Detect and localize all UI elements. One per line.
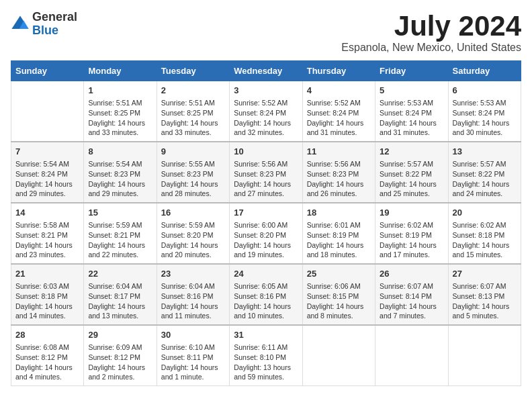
calendar-cell <box>302 325 375 385</box>
calendar-cell: 4Sunrise: 5:52 AM Sunset: 8:24 PM Daylig… <box>302 81 375 142</box>
day-info: Sunrise: 5:57 AM Sunset: 8:22 PM Dayligh… <box>453 159 517 199</box>
day-info: Sunrise: 5:54 AM Sunset: 8:23 PM Dayligh… <box>88 159 152 199</box>
calendar-cell: 23Sunrise: 6:04 AM Sunset: 8:16 PM Dayli… <box>157 264 229 325</box>
day-info: Sunrise: 6:02 AM Sunset: 8:19 PM Dayligh… <box>380 220 443 260</box>
day-info: Sunrise: 6:01 AM Sunset: 8:19 PM Dayligh… <box>307 220 371 260</box>
day-number: 19 <box>380 207 443 219</box>
day-info: Sunrise: 6:07 AM Sunset: 8:13 PM Dayligh… <box>453 281 517 321</box>
day-info: Sunrise: 6:04 AM Sunset: 8:16 PM Dayligh… <box>161 281 225 321</box>
day-number: 2 <box>161 85 225 97</box>
calendar-cell: 16Sunrise: 5:59 AM Sunset: 8:20 PM Dayli… <box>157 203 229 264</box>
day-number: 3 <box>234 85 298 97</box>
calendar-cell: 14Sunrise: 5:58 AM Sunset: 8:21 PM Dayli… <box>11 203 84 264</box>
day-number: 13 <box>453 146 517 158</box>
day-info: Sunrise: 5:55 AM Sunset: 8:23 PM Dayligh… <box>161 159 225 199</box>
calendar-cell: 8Sunrise: 5:54 AM Sunset: 8:23 PM Daylig… <box>84 142 157 203</box>
week-row-1: 1Sunrise: 5:51 AM Sunset: 8:25 PM Daylig… <box>11 81 521 142</box>
logo-text: General Blue <box>32 11 77 38</box>
subtitle: Espanola, New Mexico, United States <box>341 42 521 54</box>
header-day-monday: Monday <box>84 61 157 81</box>
day-number: 23 <box>161 268 225 280</box>
day-number: 18 <box>307 207 371 219</box>
day-info: Sunrise: 6:02 AM Sunset: 8:18 PM Dayligh… <box>453 220 517 260</box>
calendar-cell: 10Sunrise: 5:56 AM Sunset: 8:23 PM Dayli… <box>230 142 302 203</box>
day-info: Sunrise: 5:52 AM Sunset: 8:24 PM Dayligh… <box>234 98 298 138</box>
day-number: 1 <box>88 85 152 97</box>
calendar-cell: 26Sunrise: 6:07 AM Sunset: 8:14 PM Dayli… <box>375 264 448 325</box>
calendar-cell: 29Sunrise: 6:09 AM Sunset: 8:12 PM Dayli… <box>84 325 157 385</box>
day-number: 15 <box>88 207 152 219</box>
calendar-cell: 12Sunrise: 5:57 AM Sunset: 8:22 PM Dayli… <box>375 142 448 203</box>
calendar-cell: 3Sunrise: 5:52 AM Sunset: 8:24 PM Daylig… <box>230 81 302 142</box>
day-number: 28 <box>15 329 79 341</box>
calendar-table: SundayMondayTuesdayWednesdayThursdayFrid… <box>11 60 521 386</box>
calendar-cell: 7Sunrise: 5:54 AM Sunset: 8:24 PM Daylig… <box>11 142 84 203</box>
calendar-cell <box>375 325 448 385</box>
day-number: 16 <box>161 207 225 219</box>
title-area: July 2024 Espanola, New Mexico, United S… <box>341 11 521 54</box>
day-info: Sunrise: 6:06 AM Sunset: 8:15 PM Dayligh… <box>307 281 371 321</box>
day-number: 8 <box>88 146 152 158</box>
calendar-cell: 20Sunrise: 6:02 AM Sunset: 8:18 PM Dayli… <box>448 203 521 264</box>
day-info: Sunrise: 5:54 AM Sunset: 8:24 PM Dayligh… <box>15 159 79 199</box>
calendar-cell <box>448 325 521 385</box>
day-number: 26 <box>380 268 443 280</box>
day-number: 9 <box>161 146 225 158</box>
day-number: 22 <box>88 268 152 280</box>
day-info: Sunrise: 6:09 AM Sunset: 8:12 PM Dayligh… <box>88 342 152 382</box>
calendar-cell: 15Sunrise: 5:59 AM Sunset: 8:21 PM Dayli… <box>84 203 157 264</box>
day-number: 12 <box>380 146 443 158</box>
day-number: 21 <box>15 268 79 280</box>
day-number: 25 <box>307 268 371 280</box>
logo-general: General <box>32 10 77 24</box>
day-info: Sunrise: 5:59 AM Sunset: 8:20 PM Dayligh… <box>161 220 225 260</box>
calendar-cell: 27Sunrise: 6:07 AM Sunset: 8:13 PM Dayli… <box>448 264 521 325</box>
day-number: 14 <box>15 207 79 219</box>
day-number: 17 <box>234 207 298 219</box>
logo: General Blue <box>11 11 77 38</box>
calendar-cell: 18Sunrise: 6:01 AM Sunset: 8:19 PM Dayli… <box>302 203 375 264</box>
day-info: Sunrise: 5:57 AM Sunset: 8:22 PM Dayligh… <box>380 159 443 199</box>
calendar-cell: 25Sunrise: 6:06 AM Sunset: 8:15 PM Dayli… <box>302 264 375 325</box>
calendar-cell: 24Sunrise: 6:05 AM Sunset: 8:16 PM Dayli… <box>230 264 302 325</box>
day-number: 6 <box>453 85 517 97</box>
day-number: 4 <box>307 85 371 97</box>
calendar-cell: 6Sunrise: 5:53 AM Sunset: 8:24 PM Daylig… <box>448 81 521 142</box>
day-info: Sunrise: 5:53 AM Sunset: 8:24 PM Dayligh… <box>453 98 517 138</box>
day-info: Sunrise: 6:00 AM Sunset: 8:20 PM Dayligh… <box>234 220 298 260</box>
day-info: Sunrise: 6:05 AM Sunset: 8:16 PM Dayligh… <box>234 281 298 321</box>
week-row-2: 7Sunrise: 5:54 AM Sunset: 8:24 PM Daylig… <box>11 142 521 203</box>
calendar-cell: 30Sunrise: 6:10 AM Sunset: 8:11 PM Dayli… <box>157 325 229 385</box>
header-day-sunday: Sunday <box>11 61 84 81</box>
header-day-thursday: Thursday <box>302 61 375 81</box>
header-day-tuesday: Tuesday <box>157 61 229 81</box>
day-number: 5 <box>380 85 443 97</box>
calendar-cell: 11Sunrise: 5:56 AM Sunset: 8:23 PM Dayli… <box>302 142 375 203</box>
day-number: 27 <box>453 268 517 280</box>
calendar-cell: 13Sunrise: 5:57 AM Sunset: 8:22 PM Dayli… <box>448 142 521 203</box>
day-info: Sunrise: 5:52 AM Sunset: 8:24 PM Dayligh… <box>307 98 371 138</box>
day-info: Sunrise: 6:11 AM Sunset: 8:10 PM Dayligh… <box>234 342 298 382</box>
day-info: Sunrise: 5:58 AM Sunset: 8:21 PM Dayligh… <box>15 220 79 260</box>
calendar-cell: 28Sunrise: 6:08 AM Sunset: 8:12 PM Dayli… <box>11 325 84 385</box>
logo-icon <box>11 15 30 34</box>
calendar-cell: 21Sunrise: 6:03 AM Sunset: 8:18 PM Dayli… <box>11 264 84 325</box>
week-row-3: 14Sunrise: 5:58 AM Sunset: 8:21 PM Dayli… <box>11 203 521 264</box>
day-number: 31 <box>234 329 298 341</box>
header-row: SundayMondayTuesdayWednesdayThursdayFrid… <box>11 61 521 81</box>
calendar-cell: 2Sunrise: 5:51 AM Sunset: 8:25 PM Daylig… <box>157 81 229 142</box>
day-number: 7 <box>15 146 79 158</box>
week-row-4: 21Sunrise: 6:03 AM Sunset: 8:18 PM Dayli… <box>11 264 521 325</box>
calendar-cell: 5Sunrise: 5:53 AM Sunset: 8:24 PM Daylig… <box>375 81 448 142</box>
day-info: Sunrise: 5:51 AM Sunset: 8:25 PM Dayligh… <box>161 98 225 138</box>
calendar-cell: 9Sunrise: 5:55 AM Sunset: 8:23 PM Daylig… <box>157 142 229 203</box>
logo-blue: Blue <box>32 24 58 37</box>
day-info: Sunrise: 5:51 AM Sunset: 8:25 PM Dayligh… <box>88 98 152 138</box>
day-info: Sunrise: 5:53 AM Sunset: 8:24 PM Dayligh… <box>380 98 443 138</box>
calendar-cell: 1Sunrise: 5:51 AM Sunset: 8:25 PM Daylig… <box>84 81 157 142</box>
calendar-cell: 31Sunrise: 6:11 AM Sunset: 8:10 PM Dayli… <box>230 325 302 385</box>
day-info: Sunrise: 5:56 AM Sunset: 8:23 PM Dayligh… <box>307 159 371 199</box>
day-number: 20 <box>453 207 517 219</box>
day-number: 24 <box>234 268 298 280</box>
day-info: Sunrise: 6:03 AM Sunset: 8:18 PM Dayligh… <box>15 281 79 321</box>
